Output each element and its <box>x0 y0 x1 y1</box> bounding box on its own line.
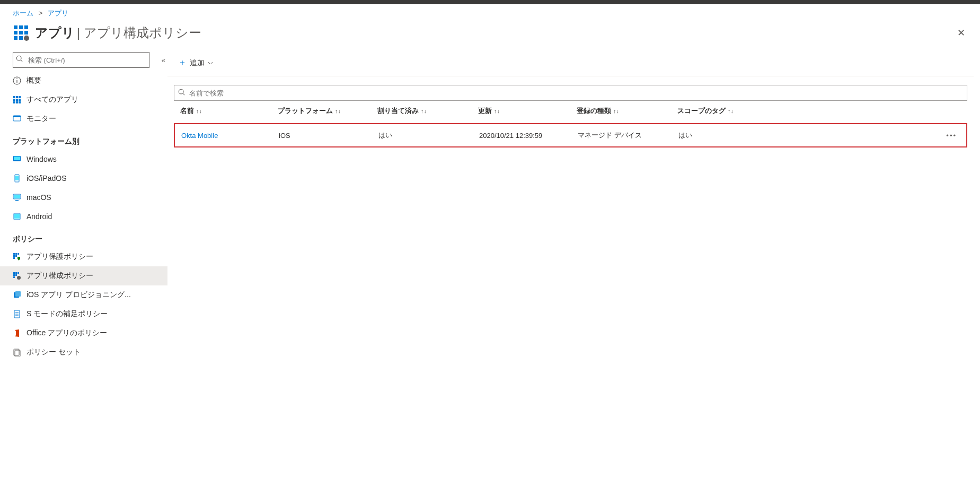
breadcrumb: ホーム > アプリ <box>0 4 980 22</box>
sidebar-group-policy: ポリシー <box>0 226 167 247</box>
sidebar-item-policy-set[interactable]: ポリシー セット <box>0 343 167 362</box>
grid-icon <box>13 95 21 104</box>
tablet-icon <box>13 212 21 221</box>
sidebar-item-label: モニター <box>27 114 56 124</box>
plus-icon: ＋ <box>178 57 187 68</box>
cell-tag: はい <box>678 131 774 140</box>
svg-rect-1 <box>19 25 23 29</box>
sort-icon: ↑↓ <box>494 108 500 114</box>
add-button-label: 追加 <box>190 58 205 68</box>
sidebar-item-smode[interactable]: S モードの補足ポリシー <box>0 305 167 324</box>
sidebar-item-overview[interactable]: 概要 <box>0 71 167 90</box>
svg-rect-2 <box>24 25 28 29</box>
svg-line-11 <box>21 60 22 62</box>
column-name[interactable]: 名前↑↓ <box>180 106 278 116</box>
windows-icon <box>13 155 21 163</box>
provision-icon <box>13 291 21 299</box>
sidebar-search-input[interactable] <box>13 52 149 68</box>
sidebar-item-ios[interactable]: iOS/iPadOS <box>0 169 167 188</box>
svg-rect-7 <box>19 36 23 40</box>
sidebar-item-label: アプリ保護ポリシー <box>27 252 93 262</box>
sidebar-item-app-config[interactable]: アプリ構成ポリシー <box>0 266 167 285</box>
svg-rect-5 <box>24 31 28 34</box>
window-top-bar <box>0 0 980 4</box>
cell-assigned: はい <box>378 131 479 140</box>
svg-rect-36 <box>15 253 17 255</box>
sort-icon: ↑↓ <box>421 108 427 114</box>
apps-icon <box>13 24 30 41</box>
sidebar-item-office[interactable]: Office アプリのポリシー <box>0 324 167 343</box>
svg-point-10 <box>16 56 21 60</box>
sidebar-item-all-apps[interactable]: すべてのアプリ <box>0 90 167 109</box>
column-tag[interactable]: スコープのタグ↑↓ <box>677 106 773 116</box>
row-more[interactable]: ••• <box>774 132 960 140</box>
sidebar-item-label: 概要 <box>27 76 41 85</box>
table-row[interactable]: Okta Mobile iOS はい 2020/10/21 12:39:59 マ… <box>174 123 967 147</box>
svg-rect-27 <box>14 157 20 160</box>
sidebar-item-label: Android <box>27 212 52 221</box>
svg-point-47 <box>17 276 21 280</box>
monitor-icon <box>13 115 21 123</box>
chevron-down-icon <box>208 60 213 66</box>
svg-rect-39 <box>15 255 17 257</box>
column-type[interactable]: 登録の種類↑↓ <box>577 106 677 116</box>
svg-rect-21 <box>13 101 15 103</box>
svg-rect-35 <box>13 253 15 255</box>
column-platform[interactable]: プラットフォーム↑↓ <box>278 106 377 116</box>
cell-name[interactable]: Okta Mobile <box>181 132 279 140</box>
svg-rect-49 <box>15 291 21 297</box>
svg-rect-15 <box>13 96 15 98</box>
phone-icon <box>13 174 21 183</box>
sidebar-item-label: すべてのアプリ <box>27 95 78 105</box>
breadcrumb-home[interactable]: ホーム <box>13 9 33 17</box>
sidebar-item-monitor[interactable]: モニター <box>0 109 167 128</box>
sidebar-item-android[interactable]: Android <box>0 207 167 226</box>
svg-rect-46 <box>13 276 15 278</box>
policy-table: 名前↑↓ プラットフォーム↑↓ 割り当て済み↑↓ 更新↑↓ 登録の種類↑↓ スコ… <box>174 101 967 147</box>
sidebar-item-app-protection[interactable]: アプリ保護ポリシー <box>0 247 167 266</box>
add-button[interactable]: ＋ 追加 <box>174 54 217 72</box>
svg-rect-6 <box>14 36 17 40</box>
sidebar-item-macos[interactable]: macOS <box>0 188 167 207</box>
svg-rect-40 <box>13 257 15 259</box>
svg-rect-38 <box>13 255 15 257</box>
info-icon <box>13 76 21 85</box>
gear-grid-icon <box>13 272 21 280</box>
column-updated[interactable]: 更新↑↓ <box>478 106 577 116</box>
desktop-icon <box>13 193 21 202</box>
main-search-input[interactable] <box>174 85 967 101</box>
sidebar-item-label: ポリシー セット <box>27 348 81 357</box>
breadcrumb-separator: > <box>39 9 43 17</box>
svg-rect-43 <box>17 272 19 274</box>
column-assigned[interactable]: 割り当て済み↑↓ <box>377 106 478 116</box>
sidebar-item-label: Windows <box>27 155 57 163</box>
sidebar-item-windows[interactable]: Windows <box>0 150 167 169</box>
svg-rect-3 <box>14 31 17 34</box>
sidebar-item-label: アプリ構成ポリシー <box>27 271 93 281</box>
page-title: アプリ <box>35 25 75 40</box>
office-icon <box>13 329 21 337</box>
collapse-sidebar-icon[interactable]: « <box>160 54 167 66</box>
svg-point-56 <box>179 89 183 94</box>
svg-rect-4 <box>19 31 23 34</box>
svg-rect-23 <box>19 101 21 103</box>
svg-point-14 <box>16 79 17 80</box>
svg-rect-18 <box>13 99 15 101</box>
sort-icon: ↑↓ <box>335 108 341 114</box>
close-button[interactable]: ✕ <box>955 25 967 41</box>
svg-rect-19 <box>16 99 18 101</box>
sidebar-item-ios-provisioning[interactable]: iOS アプリ プロビジョニング... <box>0 285 167 305</box>
main-content: ＋ 追加 名前↑↓ プラットフォーム↑↓ 割り当て済み↑↓ 更新↑↓ 登録の種類… <box>167 52 980 494</box>
document-icon <box>13 310 21 318</box>
sidebar-item-label: macOS <box>27 193 51 202</box>
cell-type: マネージド デバイス <box>578 131 678 140</box>
search-icon <box>178 89 186 96</box>
svg-rect-42 <box>15 272 17 274</box>
sort-icon: ↑↓ <box>196 108 202 114</box>
sidebar-item-label: iOS アプリ プロビジョニング... <box>27 290 131 300</box>
svg-rect-37 <box>17 253 19 255</box>
sidebar-item-label: Office アプリのポリシー <box>27 328 107 338</box>
svg-rect-31 <box>14 195 20 198</box>
sort-icon: ↑↓ <box>613 108 619 114</box>
breadcrumb-app[interactable]: アプリ <box>48 9 68 17</box>
